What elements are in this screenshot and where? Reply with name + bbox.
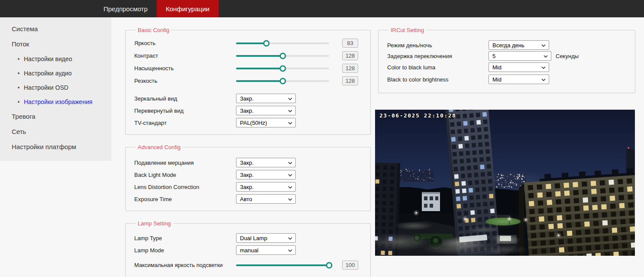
- b2c-brightness-select[interactable]: Mid: [489, 75, 549, 84]
- flicker-label: Подавление мерцания: [134, 160, 236, 166]
- slider-thumb[interactable]: [279, 65, 286, 72]
- slider-thumb[interactable]: [279, 52, 286, 59]
- sidebar-item-audio-settings[interactable]: Настройки аудио: [0, 66, 111, 80]
- mirror-label: Зеркальный вид: [134, 95, 236, 102]
- saturation-value: 128: [342, 64, 358, 73]
- day-night-select[interactable]: Всегда день: [489, 40, 549, 50]
- slider-thumb[interactable]: [279, 78, 286, 84]
- backlight-label: Back Light Mode: [134, 172, 236, 178]
- tab-preview[interactable]: Предпросмотр: [94, 0, 157, 17]
- lamp-type-select[interactable]: Dual Lamp: [236, 233, 296, 243]
- c2b-luma-row: Color to black luma Mid: [387, 61, 627, 73]
- lamp-brightness-value: 100: [342, 261, 358, 270]
- sharpness-label: Резкость: [134, 78, 236, 84]
- sharpness-value: 128: [342, 76, 358, 85]
- lamp-setting-title: Lamp Setting: [136, 220, 173, 227]
- chevron-down-icon: [541, 44, 546, 47]
- timestamp-overlay: 23-06-2025 22:10:28: [379, 112, 456, 119]
- c2b-luma-label: Color to black luma: [387, 64, 489, 71]
- lamp-mode-row: Lamp Mode manual: [134, 244, 362, 256]
- lamp-type-label: Lamp Type: [134, 235, 236, 241]
- brightness-row: Яркость 83: [134, 37, 362, 49]
- sidebar-item-platform-settings[interactable]: Настройки платформ: [0, 139, 111, 154]
- tv-standard-select[interactable]: PAL(50Hz): [236, 118, 296, 127]
- lens-distortion-label: Lens Distortion Correction: [134, 184, 236, 190]
- tv-standard-label: TV-стандарт: [134, 120, 236, 126]
- chevron-down-icon: [288, 174, 292, 176]
- flicker-row: Подавление мерцания Закр.: [134, 156, 362, 169]
- bullet-icon: [18, 101, 19, 103]
- sidebar: Система Поток Настройки видео Настройки …: [0, 17, 111, 161]
- saturation-slider[interactable]: [236, 65, 329, 72]
- flip-row: Перевернутый вид Закр.: [134, 104, 362, 117]
- sidebar-item-video-settings[interactable]: Настройки видео: [0, 52, 111, 66]
- contrast-value: 128: [342, 51, 358, 60]
- seconds-suffix: Секунды: [556, 53, 579, 59]
- backlight-select[interactable]: Закр.: [236, 170, 296, 179]
- sharpness-row: Резкость 128: [134, 75, 362, 87]
- sidebar-item-network[interactable]: Сеть: [0, 124, 111, 139]
- saturation-row: Насыщенность 128: [134, 62, 362, 75]
- c2b-luma-select[interactable]: Mid: [489, 62, 549, 72]
- flicker-select[interactable]: Закр.: [236, 158, 296, 167]
- mirror-row: Зеркальный вид Закр.: [134, 92, 362, 104]
- lamp-setting-panel: Lamp Setting Lamp Type Dual Lamp Lamp Mo…: [125, 220, 371, 277]
- chevron-down-icon: [288, 110, 292, 112]
- switch-delay-label: Задержка переключения: [387, 53, 489, 59]
- chevron-down-icon: [288, 162, 292, 164]
- lamp-brightness-label: Максимальная яркость подсветки: [134, 262, 236, 268]
- flip-label: Перевернутый вид: [134, 108, 236, 114]
- tv-standard-row: TV-стандарт PAL(50Hz): [134, 117, 362, 129]
- advanced-config-title: Advanced Config: [136, 144, 183, 150]
- flip-select[interactable]: Закр.: [236, 106, 296, 115]
- brightness-slider[interactable]: [236, 39, 329, 47]
- contrast-row: Контраст 128: [134, 49, 362, 62]
- sidebar-item-image-settings[interactable]: Настройки изображения: [0, 95, 111, 109]
- exposure-row: Exposure Time Авто: [134, 193, 362, 205]
- ircut-setting-title: IRCut Setting: [388, 27, 426, 33]
- bullet-icon: [18, 87, 19, 88]
- chevron-down-icon: [288, 237, 292, 240]
- exposure-select[interactable]: Авто: [236, 194, 296, 204]
- sharpness-slider[interactable]: [236, 77, 329, 85]
- slider-thumb[interactable]: [326, 262, 333, 268]
- bullet-icon: [18, 72, 19, 74]
- brightness-value: 83: [342, 39, 358, 48]
- day-night-row: Режим день/ночь Всегда день: [387, 39, 627, 51]
- sidebar-item-system[interactable]: Система: [0, 21, 111, 36]
- chevron-down-icon: [288, 98, 292, 100]
- exposure-label: Exposure Time: [134, 196, 236, 202]
- chevron-down-icon: [541, 66, 546, 69]
- ircut-setting-panel: IRCut Setting Режим день/ночь Всегда ден…: [378, 27, 635, 93]
- day-night-label: Режим день/ночь: [387, 42, 489, 49]
- b2c-brightness-label: Black to color brightness: [387, 76, 489, 83]
- advanced-config-panel: Advanced Config Подавление мерцания Закр…: [125, 144, 371, 211]
- topbar-spacer: [0, 0, 94, 17]
- lamp-brightness-slider[interactable]: [236, 261, 329, 269]
- topbar: Предпросмотр Конфигурации: [0, 0, 644, 17]
- lamp-type-row: Lamp Type Dual Lamp: [134, 232, 362, 244]
- chevron-down-icon: [288, 249, 292, 252]
- sidebar-item-stream[interactable]: Поток: [0, 36, 111, 52]
- bullet-icon: [18, 58, 19, 60]
- tab-configuration[interactable]: Конфигурации: [157, 0, 219, 17]
- sidebar-item-alarm[interactable]: Тревога: [0, 109, 111, 124]
- backlight-row: Back Light Mode Закр.: [134, 169, 362, 181]
- saturation-label: Насыщенность: [134, 65, 236, 72]
- camera-preview: 23-06-2025 22:10:28: [375, 110, 635, 256]
- lamp-mode-label: Lamp Mode: [134, 247, 236, 254]
- lens-distortion-row: Lens Distortion Correction Закр.: [134, 181, 362, 193]
- slider-thumb[interactable]: [263, 40, 269, 46]
- basic-config-panel: Basic Config Яркость 83 Контраст 128 Нас…: [125, 27, 371, 135]
- b2c-brightness-row: Black to color brightness Mid: [387, 73, 627, 85]
- lens-distortion-select[interactable]: Закр.: [236, 182, 296, 192]
- chevron-down-icon: [288, 198, 292, 201]
- sidebar-item-osd-settings[interactable]: Настройки OSD: [0, 80, 111, 95]
- lamp-mode-select[interactable]: manual: [236, 245, 296, 255]
- chevron-down-icon: [544, 55, 548, 58]
- night-scene: [375, 110, 635, 256]
- lamp-brightness-row: Максимальная яркость подсветки 100: [134, 259, 362, 271]
- switch-delay-select[interactable]: 5: [489, 51, 551, 61]
- mirror-select[interactable]: Закр.: [236, 94, 296, 103]
- contrast-slider[interactable]: [236, 52, 329, 60]
